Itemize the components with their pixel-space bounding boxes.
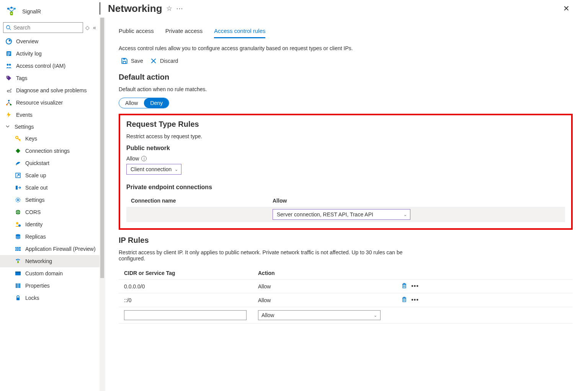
nav-replicas[interactable]: Replicas xyxy=(0,231,100,243)
nav-scale-up[interactable]: Scale up xyxy=(0,169,100,182)
signalr-logo-icon xyxy=(5,5,18,18)
public-allow-label: Allow i xyxy=(126,155,565,162)
nav-label: Replicas xyxy=(25,234,46,240)
close-blade-button[interactable]: ✕ xyxy=(563,4,580,13)
public-network-heading: Public network xyxy=(126,145,565,152)
cors-icon xyxy=(15,209,21,216)
ip-cidr-cell: 0.0.0.0/0 xyxy=(124,283,258,290)
nav-label: Properties xyxy=(25,283,50,289)
nav-label: Settings xyxy=(25,197,45,203)
scrollbar[interactable] xyxy=(100,18,106,391)
sidebar-search[interactable] xyxy=(3,22,83,33)
chevron-down-icon xyxy=(5,124,11,130)
nav-resource-visualizer[interactable]: Resource visualizer xyxy=(0,97,100,109)
request-type-rules-highlight: Request Type Rules Restrict access by re… xyxy=(119,114,573,230)
nav-overview[interactable]: Overview xyxy=(0,35,100,47)
dropdown-value: Allow xyxy=(261,312,274,318)
nav-label: Keys xyxy=(25,136,37,142)
pe-table: Connection name Allow Server connection,… xyxy=(126,195,565,222)
toggle-deny[interactable]: Deny xyxy=(144,98,169,108)
svg-rect-34 xyxy=(16,283,17,288)
events-icon xyxy=(5,111,12,118)
svg-rect-41 xyxy=(403,298,406,302)
page-title: Networking xyxy=(108,3,162,15)
svg-rect-21 xyxy=(16,186,18,190)
svg-point-22 xyxy=(17,199,19,201)
save-icon xyxy=(121,57,128,64)
networking-tabs: Public access Private access Access cont… xyxy=(119,25,573,38)
tab-access-control-rules[interactable]: Access control rules xyxy=(214,25,265,38)
new-action-dropdown[interactable]: Allow ⌄ xyxy=(258,310,381,320)
row-more-button[interactable]: ••• xyxy=(411,296,419,304)
nav-custom-domain[interactable]: Custom domain xyxy=(0,267,100,280)
nav-tags[interactable]: Tags xyxy=(0,72,100,84)
quickstart-icon xyxy=(15,160,21,167)
locks-icon xyxy=(15,294,21,301)
dropdown-value: Server connection, REST API, Trace API xyxy=(277,211,373,218)
nav-label: Connection strings xyxy=(25,148,70,154)
resource-visualizer-icon xyxy=(5,99,12,106)
dropdown-value: Client connection xyxy=(131,166,172,172)
pe-allow-dropdown[interactable]: Server connection, REST API, Trace API ⌄ xyxy=(273,209,410,220)
svg-rect-18 xyxy=(10,104,11,105)
nav-quickstart[interactable]: Quickstart xyxy=(0,157,100,169)
toggle-allow[interactable]: Allow xyxy=(119,98,144,108)
tab-private-access[interactable]: Private access xyxy=(165,25,203,38)
expand-collapse-icon[interactable]: ◇ xyxy=(85,25,90,31)
default-action-desc: Default action when no rule matches. xyxy=(119,86,573,92)
svg-rect-31 xyxy=(17,261,19,263)
nav-app-firewall[interactable]: Application Firewall (Preview) xyxy=(0,243,100,255)
pe-table-row: Server connection, REST API, Trace API ⌄ xyxy=(126,207,565,222)
scroll-thumb[interactable] xyxy=(100,18,104,278)
nav-label: Scale up xyxy=(25,172,46,178)
nav-connection-strings[interactable]: Connection strings xyxy=(0,145,100,157)
search-input[interactable] xyxy=(13,25,80,31)
title-more-icon[interactable]: ⋯ xyxy=(176,4,184,13)
discard-button[interactable]: Discard xyxy=(150,57,178,64)
favorite-star-icon[interactable]: ☆ xyxy=(166,4,172,13)
properties-icon xyxy=(15,282,21,289)
ip-rule-new-row: Allow ⌄ xyxy=(119,307,573,324)
nav-settings-group[interactable]: Settings xyxy=(0,121,100,133)
nav-label: CORS xyxy=(25,209,41,215)
nav-settings[interactable]: Settings xyxy=(0,194,100,206)
delete-rule-button[interactable] xyxy=(401,283,407,290)
nav-label: Scale out xyxy=(25,185,47,191)
ip-col-cidr: CIDR or Service Tag xyxy=(124,270,258,276)
default-action-heading: Default action xyxy=(119,73,573,82)
nav-properties[interactable]: Properties xyxy=(0,280,100,292)
save-button[interactable]: Save xyxy=(121,57,143,64)
svg-line-6 xyxy=(10,29,11,30)
nav-identity[interactable]: Identity xyxy=(0,218,100,231)
keys-icon xyxy=(15,135,21,142)
sidebar-nav: Overview Activity log Access control (IA… xyxy=(0,35,100,391)
nav-label: Settings xyxy=(15,124,34,130)
nav-scale-out[interactable]: Scale out xyxy=(0,182,100,194)
ip-table-header: CIDR or Service Tag Action xyxy=(119,267,573,280)
new-cidr-input[interactable] xyxy=(124,310,247,320)
default-action-toggle: Allow Deny xyxy=(119,98,169,108)
pe-col-allow: Allow xyxy=(273,198,414,204)
nav-keys[interactable]: Keys xyxy=(0,133,100,145)
nav-access-control[interactable]: Access control (IAM) xyxy=(0,60,100,72)
nav-cors[interactable]: CORS xyxy=(0,206,100,218)
ip-col-action: Action xyxy=(258,270,388,276)
nav-networking[interactable]: Networking xyxy=(0,255,100,267)
nav-locks[interactable]: Locks xyxy=(0,292,100,304)
public-allow-dropdown[interactable]: Client connection ⌄ xyxy=(126,164,181,175)
collapse-sidebar-icon[interactable]: « xyxy=(92,25,97,31)
nav-events[interactable]: Events xyxy=(0,109,100,121)
nav-label: Application Firewall (Preview) xyxy=(25,246,96,252)
nav-activity-log[interactable]: Activity log xyxy=(0,47,100,60)
pe-table-header: Connection name Allow xyxy=(126,195,565,207)
delete-rule-button[interactable] xyxy=(401,296,407,304)
row-more-button[interactable]: ••• xyxy=(411,283,419,290)
ip-action-cell: Allow xyxy=(258,297,388,303)
tab-public-access[interactable]: Public access xyxy=(119,25,154,38)
svg-point-14 xyxy=(7,77,8,77)
info-icon[interactable]: i xyxy=(141,156,147,161)
nav-diagnose[interactable]: Diagnose and solve problems xyxy=(0,84,100,97)
svg-rect-40 xyxy=(403,285,406,288)
ip-action-cell: Allow xyxy=(258,283,388,290)
discard-icon xyxy=(150,57,157,64)
